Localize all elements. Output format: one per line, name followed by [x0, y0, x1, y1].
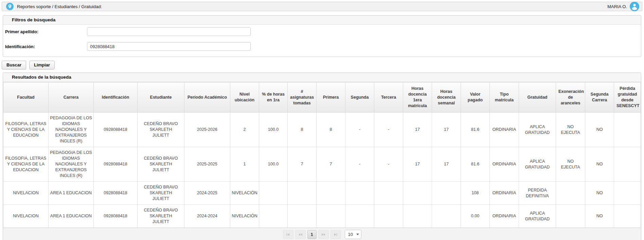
- table-cell: [374, 182, 403, 205]
- next-page-icon[interactable]: [318, 230, 329, 239]
- last-name-input[interactable]: [87, 27, 251, 36]
- column-header: Estudiante: [138, 82, 184, 113]
- table-cell: ORDINARIA: [490, 182, 519, 205]
- table-cell: [556, 182, 585, 205]
- table-cell: [432, 205, 461, 228]
- table-cell: [556, 205, 585, 228]
- column-header: Exoneración de aranceles: [556, 82, 585, 113]
- page-number-button[interactable]: 1: [307, 230, 317, 239]
- table-cell: APLICA GRATUIDAD: [519, 147, 556, 182]
- table-cell: [317, 182, 345, 205]
- table-cell: [317, 205, 345, 228]
- table-cell: 17: [403, 147, 432, 182]
- field-row-last-name: Primer apellido:: [3, 27, 641, 36]
- table-cell: 0928088418: [94, 205, 138, 228]
- table-cell: PEDAGOGIA DE LOS IDIOMAS NACIONALES Y EX…: [49, 147, 94, 182]
- column-header: Gratuidad: [519, 82, 556, 113]
- table-cell: 0928088418: [94, 113, 138, 147]
- table-cell: 2024-2025: [184, 182, 230, 205]
- breadcrumb: Reportes soporte / Estudiantes / Gratuid…: [17, 4, 102, 9]
- table-cell: ORDINARIA: [490, 113, 519, 147]
- table-cell: -: [345, 147, 374, 182]
- table-cell: 108: [461, 182, 490, 205]
- column-header: Horas docencia 1era matrícula: [403, 82, 432, 113]
- table-cell: APLICA GRATUIDAD: [519, 113, 556, 147]
- table-cell: [288, 182, 317, 205]
- table-cell: CEDEÑO BRAVO SKARLETH JULIETT: [138, 113, 184, 147]
- table-cell: [345, 205, 374, 228]
- column-header: % de horas en 1ra: [259, 82, 288, 113]
- table-cell: [403, 182, 432, 205]
- last-page-icon[interactable]: [330, 230, 341, 239]
- clear-button[interactable]: Limpiar: [29, 61, 55, 69]
- column-header: Valor pagado: [461, 82, 490, 113]
- table-cell: APLICA GRATUIDAD: [519, 205, 556, 228]
- paginator: 1 10: [3, 228, 641, 240]
- results-panel: Resultados de la búsqueda FacultadCarrer…: [3, 73, 641, 240]
- table-cell: CEDEÑO BRAVO SKARLETH JULIETT: [138, 205, 184, 228]
- rows-per-page-select[interactable]: 10: [345, 230, 361, 239]
- column-header: Período Académico: [184, 82, 230, 113]
- column-header: Tercera: [374, 82, 403, 113]
- table-row: NIVELACIONAREA 1 EDUCACION0928088418CEDE…: [3, 182, 641, 205]
- table-cell: ORDINARIA: [490, 205, 519, 228]
- table-cell: -: [345, 113, 374, 147]
- column-header: # asignaturas tomadas: [288, 82, 317, 113]
- column-header: Nivel ubicación: [230, 82, 259, 113]
- table-cell: AREA 1 EDUCACION: [49, 182, 94, 205]
- table-row: FILOSOFIA, LETRAS Y CIENCIAS DE LA EDUCA…: [3, 147, 641, 182]
- table-cell: [614, 182, 641, 205]
- table-cell: 100.0: [259, 147, 288, 182]
- table-cell: 17: [403, 113, 432, 147]
- table-cell: PERDIDA DEFINITIVA: [519, 182, 556, 205]
- table-cell: AREA 1 EDUCACION: [49, 205, 94, 228]
- user-name: MARIA O.: [607, 4, 627, 9]
- identification-input[interactable]: [87, 42, 251, 51]
- table-cell: 81.6: [461, 147, 490, 182]
- first-page-icon[interactable]: [283, 230, 293, 239]
- table-cell: NIVELACION: [3, 205, 49, 228]
- table-cell: 17: [432, 113, 461, 147]
- field-row-identification: Identificación:: [3, 42, 641, 51]
- table-cell: -: [374, 147, 403, 182]
- table-cell: [374, 205, 403, 228]
- table-cell: 2025-2025: [184, 147, 230, 182]
- table-cell: NO: [585, 205, 614, 228]
- table-cell: [614, 113, 641, 147]
- table-cell: [432, 182, 461, 205]
- identification-label: Identificación:: [3, 44, 87, 49]
- table-cell: 8: [288, 113, 317, 147]
- table-cell: [259, 205, 288, 228]
- table-row: NIVELACIONAREA 1 EDUCACION0928088418CEDE…: [3, 205, 641, 228]
- user-avatar-icon[interactable]: [630, 2, 639, 11]
- table-cell: ORDINARIA: [490, 147, 519, 182]
- table-cell: 100.0: [259, 113, 288, 147]
- location-pin-icon: [6, 3, 14, 10]
- table-cell: [403, 205, 432, 228]
- previous-page-icon[interactable]: [295, 230, 306, 239]
- search-button[interactable]: Buscar: [2, 61, 26, 69]
- column-header: Segunda: [345, 82, 374, 113]
- column-header: Pérdida gratuidad desde SENESCYT: [614, 82, 641, 113]
- table-cell: NO EJECUTA: [556, 113, 585, 147]
- table-cell: 0.00: [461, 205, 490, 228]
- table-cell: [288, 205, 317, 228]
- column-header: Tipo matrícula: [490, 82, 519, 113]
- table-cell: 0928088418: [94, 182, 138, 205]
- table-cell: 2: [230, 113, 259, 147]
- table-cell: -: [374, 113, 403, 147]
- column-header: Carrera: [49, 82, 94, 113]
- table-cell: [259, 182, 288, 205]
- table-cell: 0928088418: [94, 147, 138, 182]
- table-cell: NIVELACIÓN: [230, 182, 259, 205]
- column-header: Horas docencia semanal: [432, 82, 461, 113]
- filters-panel-title: Filtros de búsqueda: [3, 16, 641, 25]
- table-cell: [614, 147, 641, 182]
- table-cell: 7: [317, 147, 345, 182]
- table-cell: CEDEÑO BRAVO SKARLETH JULIETT: [138, 147, 184, 182]
- table-cell: 81.6: [461, 113, 490, 147]
- table-cell: CEDEÑO BRAVO SKARLETH JULIETT: [138, 182, 184, 205]
- table-cell: NIVELACIÓN: [230, 205, 259, 228]
- table-cell: [614, 205, 641, 228]
- column-header: Segunda Carrera: [585, 82, 614, 113]
